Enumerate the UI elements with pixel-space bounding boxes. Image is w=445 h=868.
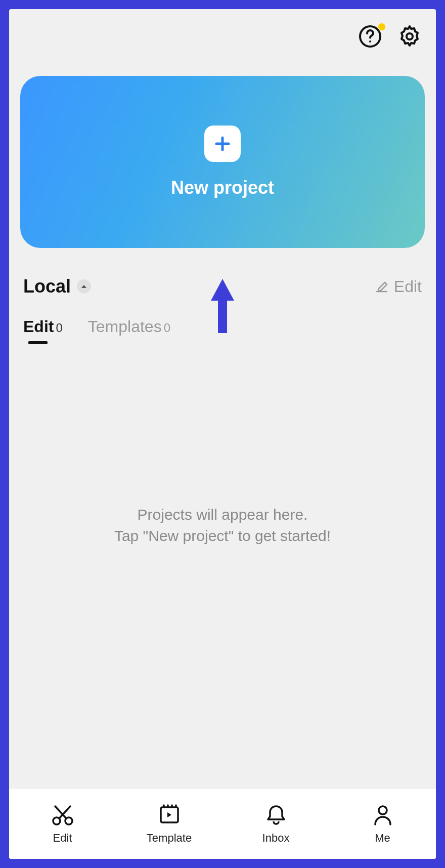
svg-point-6 bbox=[379, 806, 387, 814]
new-project-button[interactable]: New project bbox=[20, 76, 425, 248]
tab-edit[interactable]: Edit 0 bbox=[23, 317, 63, 342]
edit-action-label: Edit bbox=[394, 277, 422, 296]
app-frame: New project Local Edit Edit 0 Templates … bbox=[9, 9, 436, 859]
notification-dot bbox=[378, 23, 385, 30]
tab-label: Templates bbox=[88, 317, 162, 336]
svg-point-2 bbox=[407, 33, 413, 39]
tab-label: Edit bbox=[23, 317, 54, 336]
person-icon bbox=[371, 803, 394, 829]
tab-count: 0 bbox=[56, 321, 62, 335]
nav-label: Template bbox=[147, 832, 192, 845]
edit-action-button[interactable]: Edit bbox=[375, 277, 422, 296]
svg-point-1 bbox=[369, 40, 371, 43]
help-icon[interactable] bbox=[358, 24, 382, 51]
tab-templates[interactable]: Templates 0 bbox=[88, 317, 170, 342]
nav-edit[interactable]: Edit bbox=[9, 803, 116, 845]
settings-icon[interactable] bbox=[397, 24, 422, 51]
local-dropdown[interactable]: Local bbox=[23, 276, 91, 297]
nav-template[interactable]: Template bbox=[116, 803, 223, 845]
tab-count: 0 bbox=[164, 321, 170, 335]
new-project-label: New project bbox=[171, 177, 274, 198]
empty-line-2: Tap "New project" to get started! bbox=[114, 525, 331, 547]
empty-state: Projects will appear here. Tap "New proj… bbox=[9, 504, 436, 788]
chevron-up-icon bbox=[77, 279, 91, 294]
nav-me[interactable]: Me bbox=[329, 803, 436, 845]
template-icon bbox=[158, 803, 181, 829]
local-label: Local bbox=[23, 276, 71, 297]
scissors-icon bbox=[51, 803, 74, 829]
local-header-row: Local Edit bbox=[23, 276, 422, 297]
bell-icon bbox=[264, 803, 288, 829]
plus-icon bbox=[204, 126, 241, 162]
nav-inbox[interactable]: Inbox bbox=[223, 803, 329, 845]
nav-label: Edit bbox=[53, 832, 72, 845]
top-icons-row bbox=[9, 9, 436, 56]
bottom-nav: Edit Template Inbox bbox=[9, 788, 436, 859]
nav-label: Inbox bbox=[262, 832, 290, 845]
tabs-row: Edit 0 Templates 0 bbox=[23, 317, 422, 342]
nav-label: Me bbox=[375, 832, 390, 845]
empty-line-1: Projects will appear here. bbox=[138, 504, 308, 525]
